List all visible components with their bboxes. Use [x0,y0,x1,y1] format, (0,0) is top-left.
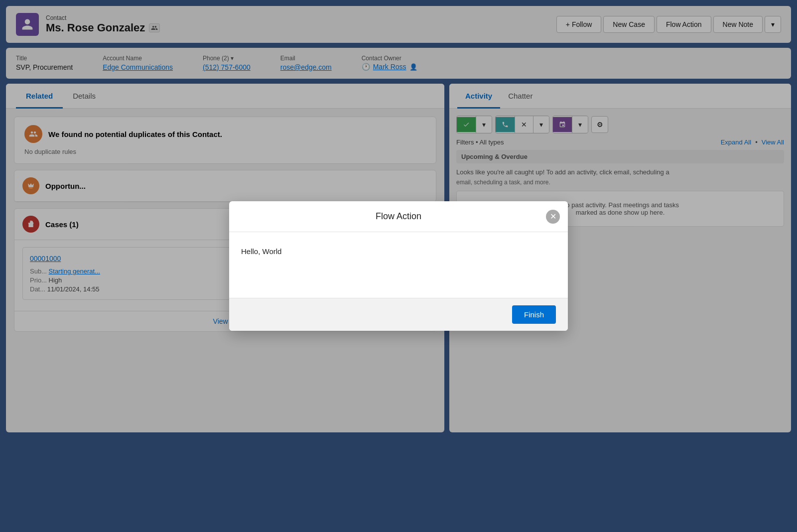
modal-overlay[interactable]: Flow Action ✕ Hello, World Finish [0,0,797,532]
flow-action-modal: Flow Action ✕ Hello, World Finish [229,201,568,331]
modal-close-button[interactable]: ✕ [546,210,560,224]
modal-body-text: Hello, World [241,247,281,256]
modal-header: Flow Action ✕ [229,201,568,232]
modal-body: Hello, World [229,232,568,298]
modal-footer: Finish [229,298,568,331]
modal-title: Flow Action [376,211,421,221]
finish-button[interactable]: Finish [512,305,556,324]
